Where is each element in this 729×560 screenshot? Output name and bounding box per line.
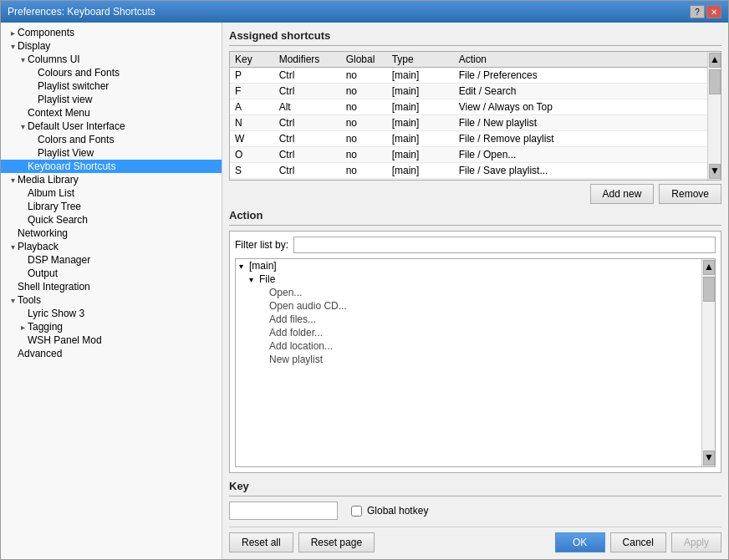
- cell-action: File / New playlist: [454, 115, 707, 131]
- cancel-button[interactable]: Cancel: [610, 532, 666, 552]
- sidebar-item-label: WSH Panel Mod: [28, 334, 102, 346]
- scroll-thumb[interactable]: [703, 277, 715, 302]
- cell-global: no: [341, 163, 387, 179]
- action-tree-add-folder[interactable]: Add folder...: [236, 326, 701, 339]
- action-tree-open[interactable]: Open...: [236, 286, 701, 299]
- scroll-up-arrow[interactable]: ▲: [703, 260, 715, 275]
- close-button[interactable]: ✕: [706, 5, 721, 18]
- expander-icon: ▸: [8, 28, 18, 38]
- action-tree-add-files[interactable]: Add files...: [236, 313, 701, 326]
- sidebar-item-dsp-manager[interactable]: DSP Manager: [1, 253, 222, 267]
- sidebar-item-components[interactable]: ▸ Components: [1, 26, 222, 39]
- sidebar-item-label: Components: [18, 27, 74, 38]
- cell-action: View / Always on Top: [454, 99, 707, 115]
- sidebar-item-advanced[interactable]: Advanced: [1, 347, 222, 360]
- table-row[interactable]: A Alt no [main] View / Always on Top: [230, 99, 707, 115]
- sidebar-item-playlist-view[interactable]: Playlist view: [1, 93, 222, 106]
- scroll-up-arrow[interactable]: ▲: [709, 53, 721, 68]
- sidebar-item-context-menu[interactable]: Context Menu: [1, 106, 222, 120]
- sidebar-item-playlist-switcher[interactable]: Playlist switcher: [1, 79, 222, 93]
- apply-button[interactable]: Apply: [671, 532, 721, 552]
- sidebar-item-columns-ui[interactable]: ▾ Columns UI: [1, 53, 222, 66]
- sidebar-item-display[interactable]: ▾ Display: [1, 39, 222, 53]
- shortcuts-table: Key Modifiers Global Type Action P: [230, 52, 707, 180]
- scroll-thumb[interactable]: [709, 69, 721, 94]
- sidebar-item-lyric-show-3[interactable]: Lyric Show 3: [1, 307, 222, 320]
- expander-icon: [18, 216, 28, 225]
- reset-all-button[interactable]: Reset all: [229, 532, 293, 552]
- help-button[interactable]: ?: [690, 5, 705, 18]
- sidebar-item-album-list[interactable]: Album List: [1, 186, 222, 200]
- expander-icon: ▾: [18, 122, 28, 131]
- col-key: Key: [230, 52, 274, 68]
- expander-icon: [28, 69, 38, 78]
- action-tree-add-location[interactable]: Add location...: [236, 339, 701, 353]
- action-section: Filter list by: ▾ [main] ▾: [229, 231, 721, 473]
- expander-icon: [28, 135, 38, 145]
- bottom-right-buttons: OK Cancel Apply: [555, 532, 721, 552]
- cell-key: W: [230, 131, 274, 147]
- sidebar-item-shell-integration[interactable]: Shell Integration: [1, 280, 222, 293]
- main-content: ▸ Components ▾ Display ▾ Columns UI Colo…: [1, 23, 728, 559]
- action-tree-open-audio-cd[interactable]: Open audio CD...: [236, 299, 701, 313]
- add-new-button[interactable]: Add new: [590, 184, 655, 204]
- sidebar-item-wsh-panel-mod[interactable]: WSH Panel Mod: [1, 333, 222, 347]
- col-modifiers: Modifiers: [274, 52, 341, 68]
- sidebar-item-output[interactable]: Output: [1, 267, 222, 280]
- sidebar-item-label: Tagging: [28, 321, 63, 333]
- action-area: Action Filter list by: ▾ [main]: [229, 209, 721, 473]
- sidebar-item-playlist-view2[interactable]: Playlist View: [1, 146, 222, 160]
- table-row[interactable]: O Ctrl no [main] File / Open...: [230, 147, 707, 163]
- table-row[interactable]: U Ctrl no [main] File / Add location...: [230, 179, 707, 181]
- table-row[interactable]: F Ctrl no [main] Edit / Search: [230, 84, 707, 99]
- sidebar-item-media-library[interactable]: ▾ Media Library: [1, 173, 222, 186]
- cell-action: File / Add location...: [454, 179, 707, 181]
- sidebar-item-playback[interactable]: ▾ Playback: [1, 240, 222, 253]
- filter-input[interactable]: [293, 237, 716, 253]
- action-tree-scrollbar[interactable]: ▲ ▼: [701, 259, 715, 466]
- cell-modifiers: Ctrl: [274, 179, 341, 181]
- action-tree-new-playlist[interactable]: New playlist: [236, 353, 701, 366]
- shortcuts-table-container: Key Modifiers Global Type Action P: [229, 51, 721, 181]
- ok-button[interactable]: OK: [555, 532, 605, 552]
- col-action: Action: [454, 52, 707, 68]
- cell-action: File / Open...: [454, 147, 707, 163]
- sidebar-item-tools[interactable]: ▾ Tools: [1, 293, 222, 307]
- sidebar-item-library-tree[interactable]: Library Tree: [1, 200, 222, 213]
- expander-icon: [8, 229, 18, 238]
- titlebar: Preferences: Keyboard Shortcuts ? ✕: [1, 1, 728, 23]
- action-tree-file[interactable]: ▾ File: [236, 272, 701, 286]
- cell-key: F: [230, 84, 274, 99]
- global-hotkey-checkbox[interactable]: [351, 506, 362, 517]
- sidebar-item-tagging[interactable]: ▸ Tagging: [1, 320, 222, 333]
- sidebar-item-quick-search[interactable]: Quick Search: [1, 213, 222, 227]
- scroll-down-arrow[interactable]: ▼: [703, 451, 715, 466]
- sidebar-item-networking[interactable]: Networking: [1, 227, 222, 240]
- sidebar-item-label: Shell Integration: [18, 281, 90, 293]
- expander-icon: [28, 95, 38, 104]
- tree-node-label: File: [259, 273, 275, 285]
- table-row[interactable]: S Ctrl no [main] File / Save playlist...: [230, 163, 707, 179]
- tree-node-label: Add folder...: [269, 327, 323, 339]
- table-scrollbar[interactable]: ▲ ▼: [707, 52, 721, 180]
- tree-node-label: Open...: [269, 287, 302, 298]
- table-row[interactable]: P Ctrl no [main] File / Preferences: [230, 68, 707, 84]
- sidebar-item-label: Colors and Fonts: [38, 134, 114, 145]
- sidebar-item-label: Context Menu: [28, 107, 90, 119]
- key-input[interactable]: [229, 501, 338, 520]
- sidebar-item-label: Playlist view: [38, 94, 92, 105]
- sidebar-item-colors-and-fonts[interactable]: Colors and Fonts: [1, 133, 222, 146]
- sidebar-item-default-user-interface[interactable]: ▾ Default User Interface: [1, 120, 222, 133]
- table-row[interactable]: N Ctrl no [main] File / New playlist: [230, 115, 707, 131]
- sidebar-item-colours-and-fonts[interactable]: Colours and Fonts: [1, 66, 222, 79]
- expander-icon: [8, 349, 18, 359]
- expander-icon: ▾: [18, 55, 28, 64]
- table-row[interactable]: W Ctrl no [main] File / Remove playlist: [230, 131, 707, 147]
- sidebar-item-keyboard-shortcuts[interactable]: Keyboard Shortcuts: [1, 160, 222, 173]
- key-section: Key Global hotkey: [229, 480, 721, 520]
- reset-page-button[interactable]: Reset page: [298, 532, 375, 552]
- remove-button[interactable]: Remove: [659, 184, 721, 204]
- sidebar: ▸ Components ▾ Display ▾ Columns UI Colo…: [1, 23, 222, 559]
- action-tree-main[interactable]: ▾ [main]: [236, 259, 701, 272]
- scroll-down-arrow[interactable]: ▼: [709, 164, 721, 179]
